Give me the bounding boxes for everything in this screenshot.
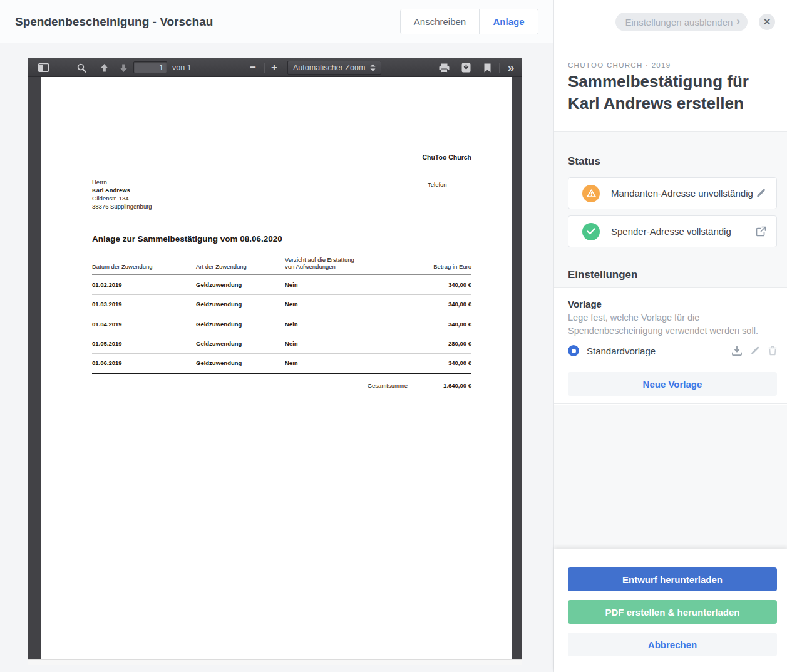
search-icon[interactable]	[75, 58, 88, 77]
cell-type: Geldzuwendung	[196, 340, 285, 347]
sidebar-header: Einstellungen ausblenden › ✕ CHUTOO CHUR…	[554, 0, 787, 132]
vorlage-label: Vorlage	[568, 299, 602, 309]
doc-recipient-name: Karl Andrews	[92, 186, 152, 194]
page-down-icon[interactable]	[116, 58, 130, 77]
print-icon[interactable]	[436, 58, 451, 77]
col-header-date: Datum der Zuwendung	[92, 263, 196, 270]
table-row: 01.04.2019 Geldzuwendung Nein 340,00 €	[92, 314, 471, 334]
page-count-label: von 1	[172, 58, 192, 77]
status-card-mandant: Mandanten-Adresse unvollständig	[568, 177, 777, 209]
sidebar-footer: Entwurf herunterladen PDF erstellen & he…	[554, 549, 787, 672]
status-heading: Status	[568, 155, 600, 168]
page-up-icon[interactable]	[97, 58, 111, 77]
donations-table: Datum der Zuwendung Art der Zuwendung Ve…	[92, 256, 471, 389]
toolbar-separator	[264, 63, 265, 73]
new-template-button[interactable]: Neue Vorlage	[568, 372, 777, 396]
cell-date: 01.03.2019	[92, 301, 196, 308]
cell-date: 01.02.2019	[92, 281, 196, 288]
pdf-viewer: von 1 − + Automatischer Zoom	[28, 58, 522, 665]
preview-header: Spendenbescheinigung - Vorschau Anschrei…	[0, 0, 553, 43]
table-row: 01.05.2019 Geldzuwendung Nein 280,00 €	[92, 334, 471, 354]
page-title: Spendenbescheinigung - Vorschau	[15, 15, 213, 29]
table-header-row: Datum der Zuwendung Art der Zuwendung Ve…	[92, 256, 471, 275]
zoom-out-icon[interactable]: −	[247, 58, 259, 77]
pdf-page: ChuToo Church Telefon Herrn Karl Andrews…	[41, 77, 512, 659]
toolbar-separator	[115, 63, 115, 73]
doc-recipient-address: Herrn Karl Andrews Gildenstr. 134 38376 …	[92, 178, 152, 210]
table-body: 01.02.2019 Geldzuwendung Nein 340,00 € 0…	[92, 275, 471, 374]
cell-waiver: Nein	[285, 281, 409, 288]
table-row: 01.02.2019 Geldzuwendung Nein 340,00 €	[92, 275, 471, 295]
chevron-right-icon: ›	[736, 15, 740, 28]
viewer-background: ChuToo Church Telefon Herrn Karl Andrews…	[28, 77, 522, 665]
table-row: 01.06.2019 Geldzuwendung Nein 340,00 €	[92, 354, 471, 374]
zoom-level-select[interactable]: Automatischer Zoom	[287, 61, 381, 75]
cell-amount: 340,00 €	[409, 301, 471, 308]
zoom-in-icon[interactable]: +	[269, 58, 280, 77]
toolbar-separator	[499, 63, 500, 73]
cell-type: Geldzuwendung	[196, 359, 285, 366]
table-row: 01.03.2019 Geldzuwendung Nein 340,00 €	[92, 295, 471, 315]
template-option-row: Standardvorlage	[568, 339, 777, 362]
zoom-level-value: Automatischer Zoom	[293, 63, 370, 72]
col-header-amount: Betrag in Euro	[409, 263, 471, 270]
download-icon[interactable]	[732, 346, 742, 356]
warning-icon	[582, 185, 600, 202]
context-eyebrow: CHUTOO CHURCH · 2019	[568, 61, 671, 69]
template-option-label: Standardvorlage	[587, 346, 732, 356]
cell-type: Geldzuwendung	[196, 321, 285, 328]
doc-sender-name: ChuToo Church	[422, 153, 471, 161]
cell-amount: 340,00 €	[409, 321, 471, 328]
cell-waiver: Nein	[285, 321, 409, 328]
template-option-actions	[732, 346, 777, 356]
col-header-waiver: Verzicht auf die Erstattung von Aufwendu…	[285, 256, 409, 270]
select-arrows-icon	[370, 64, 376, 71]
doc-recipient-city: 38376 Süpplingenburg	[92, 202, 152, 210]
cell-waiver: Nein	[285, 301, 409, 308]
cell-date: 01.06.2019	[92, 359, 196, 366]
doc-phone-label: Telefon	[428, 181, 447, 188]
template-radio-selected[interactable]	[568, 345, 579, 356]
preview-tab-switcher: Anschreiben Anlage	[400, 9, 538, 34]
external-link-icon[interactable]	[756, 226, 766, 237]
cell-waiver: Nein	[285, 340, 409, 347]
sidebar-empty-area	[554, 405, 787, 549]
table-total-row: Gesamtsumme 1.640,00 €	[92, 374, 471, 389]
tab-anschreiben[interactable]: Anschreiben	[401, 9, 480, 34]
sidebar-title: Sammelbestätigung für Karl Andrews erste…	[568, 71, 768, 115]
tab-anlage[interactable]: Anlage	[480, 9, 538, 34]
cell-waiver: Nein	[285, 359, 409, 366]
pencil-icon[interactable]	[750, 346, 760, 356]
cancel-button[interactable]: Abbrechen	[568, 633, 777, 656]
sidebar-toggle-icon[interactable]	[36, 58, 50, 77]
trash-icon[interactable]	[768, 346, 777, 356]
settings-heading: Einstellungen	[568, 269, 637, 281]
close-icon[interactable]: ✕	[759, 14, 775, 30]
total-label: Gesamtsumme	[368, 382, 408, 389]
hide-settings-button[interactable]: Einstellungen ausblenden ›	[615, 13, 748, 31]
col-header-waiver-line2: von Aufwendungen	[285, 263, 409, 270]
preview-panel: Spendenbescheinigung - Vorschau Anschrei…	[0, 0, 553, 672]
total-amount: 1.640,00 €	[443, 382, 471, 389]
horizontal-scrollbar[interactable]	[28, 659, 522, 665]
download-icon[interactable]	[458, 58, 473, 77]
download-draft-button[interactable]: Entwurf herunterladen	[568, 567, 777, 591]
page-number-input[interactable]	[133, 61, 167, 73]
cell-date: 01.05.2019	[92, 340, 196, 347]
create-pdf-button[interactable]: PDF erstellen & herunterladen	[568, 600, 777, 624]
col-header-waiver-line1: Verzicht auf die Erstattung	[285, 256, 409, 263]
status-section: Status Mandanten-Adresse unvollständig S…	[554, 132, 787, 288]
cell-amount: 340,00 €	[409, 281, 471, 288]
status-label: Spender-Adresse vollständig	[611, 226, 756, 237]
pencil-icon[interactable]	[756, 188, 766, 199]
doc-title: Anlage zur Sammelbestätigung vom 08.06.2…	[92, 234, 282, 244]
doc-recipient-street: Gildenstr. 134	[92, 194, 152, 202]
doc-salutation: Herrn	[92, 178, 152, 186]
pdf-document-content: ChuToo Church Telefon Herrn Karl Andrews…	[41, 77, 512, 659]
tools-chevrons-icon[interactable]: »	[503, 58, 519, 77]
cell-type: Geldzuwendung	[196, 301, 285, 308]
col-header-type: Art der Zuwendung	[196, 263, 285, 270]
app-window: Spendenbescheinigung - Vorschau Anschrei…	[0, 0, 787, 672]
bookmark-icon[interactable]	[481, 58, 493, 77]
cell-date: 01.04.2019	[92, 321, 196, 328]
